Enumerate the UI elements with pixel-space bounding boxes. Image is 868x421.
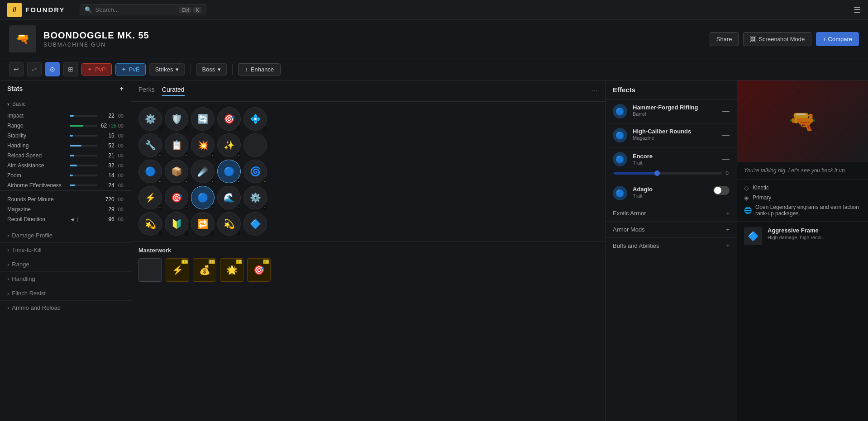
encore-slider[interactable]: [614, 172, 722, 175]
perk-item[interactable]: 🔧-: [138, 133, 162, 157]
pve-mode-button[interactable]: ✦ PvE: [115, 63, 146, 76]
perk-dash: -: [237, 179, 240, 184]
weapon-header: 🔫 BOONDOGGLE MK. 55 SUBMACHINE GUN Share…: [0, 20, 868, 58]
section-collapse-flinch-resist[interactable]: ›Flinch Resist: [0, 286, 131, 300]
hamburger-icon[interactable]: ☰: [854, 5, 861, 15]
boss-button[interactable]: Boss ▾: [196, 63, 227, 76]
perk-item[interactable]: 🌀-: [243, 160, 267, 183]
redo-button[interactable]: ⇌: [27, 62, 42, 76]
perk-item[interactable]: 🔷: [243, 212, 267, 236]
enhance-label: Enhance: [251, 66, 274, 73]
encore-icon: 🔵: [613, 152, 627, 166]
perks-menu-button[interactable]: ···: [592, 87, 598, 95]
perk-item[interactable]: ⚙️-: [243, 186, 267, 209]
perk-item[interactable]: 💠-: [243, 107, 267, 131]
perk-item[interactable]: 📦-: [165, 160, 188, 183]
stat-bar-wrap: [70, 135, 97, 137]
search-input[interactable]: [95, 6, 176, 13]
stat-value: 22: [101, 113, 114, 119]
perk-icon: 🌊: [224, 192, 235, 203]
section-collapse-time-to-kill[interactable]: ›Time-to-Kill: [0, 242, 131, 257]
pvp-mode-button[interactable]: ✦ PvP: [81, 63, 112, 76]
undo-button[interactable]: ↩: [9, 62, 24, 76]
effects-title: Effects: [606, 80, 737, 99]
perk-item[interactable]: 🔵-: [217, 160, 241, 183]
basic-section-header[interactable]: ▾ Basic: [0, 97, 131, 111]
perk-item[interactable]: 🔵-: [138, 160, 162, 183]
perk-grid: ⚙️-🛡️-🔄-🎯-💠-🔧-📋-💥-✨-🔵-📦-☄️-🔵-🌀-⚡-🎯-🔵-🌊-⚙…: [131, 102, 605, 241]
tab-perks[interactable]: Perks: [138, 86, 155, 96]
perk-item[interactable]: ⚡-: [138, 186, 162, 209]
effect-icon: 🔵: [613, 128, 627, 142]
perk-item[interactable]: 💫-: [217, 212, 241, 236]
perk-dash: -: [158, 231, 162, 236]
perk-item[interactable]: 🛡️-: [165, 107, 188, 131]
perk-item[interactable]: 🔁-: [191, 212, 215, 236]
enhance-button[interactable]: ↑ Enhance: [238, 63, 281, 76]
masterwork-item[interactable]: 🌟10: [220, 258, 243, 282]
perk-item[interactable]: 🔄-: [191, 107, 215, 131]
section-label: Armor Mods: [613, 226, 645, 233]
compare-button[interactable]: + Compare: [816, 32, 859, 46]
perk-dash: -: [185, 126, 188, 131]
stat-name: Aim Assistance: [7, 162, 66, 169]
strikes-button[interactable]: Strikes ▾: [149, 63, 185, 76]
stat-base: 00: [118, 197, 124, 202]
view-compare-button[interactable]: ⊞: [63, 62, 78, 76]
masterwork-item[interactable]: [138, 258, 162, 282]
section-collapse-range[interactable]: ›Range: [0, 257, 131, 271]
perk-item[interactable]: 🔰-: [165, 212, 188, 236]
perk-dash: -: [211, 205, 214, 210]
perk-item[interactable]: 🎯-: [165, 186, 188, 209]
perk-item[interactable]: ☄️-: [191, 160, 215, 183]
perk-icon: 🌀: [250, 166, 261, 177]
view-single-button[interactable]: ⊙: [45, 62, 60, 76]
section-collapses: ›Damage Profile›Time-to-Kill›Range›Handl…: [0, 228, 131, 315]
effects-panel: Effects 🔵 Hammer-Forged Rifling Barrel —…: [606, 80, 737, 421]
mw-icon: 🌟: [226, 265, 238, 275]
search-bar[interactable]: 🔍 Ctrl K: [80, 4, 206, 15]
stats-title: Stats: [7, 85, 23, 92]
perk-item[interactable]: 🔵-: [191, 186, 215, 209]
perk-item[interactable]: 💫-: [138, 212, 162, 236]
app-name: FOUNDRY: [25, 6, 65, 14]
stat-bar: [70, 184, 75, 186]
stat-base: 00: [118, 153, 124, 158]
adagio-toggle[interactable]: [713, 186, 730, 195]
keyboard-hint: Ctrl K: [179, 7, 201, 13]
masterwork-item[interactable]: 🎯10: [247, 258, 271, 282]
encore-minus-button[interactable]: —: [722, 155, 730, 163]
source-tag: 🌐 Open Legendary engrams and earn factio…: [744, 204, 861, 217]
perk-dash: -: [185, 152, 188, 157]
perk-item[interactable]: 🎯-: [217, 107, 241, 131]
perk-item[interactable]: 💥-: [191, 133, 215, 157]
section-collapse-damage-profile[interactable]: ›Damage Profile: [0, 228, 131, 242]
perk-item[interactable]: 🌊-: [217, 186, 241, 209]
effect-minus-button[interactable]: —: [722, 131, 730, 139]
perk-icon: 🔵: [145, 166, 156, 177]
section-armor-mods-row[interactable]: Armor Mods+: [606, 222, 737, 238]
perk-item[interactable]: [243, 133, 267, 157]
section-collapse-handling[interactable]: ›Handling: [0, 271, 131, 286]
perk-item[interactable]: ✨-: [217, 133, 241, 157]
section-buffs-and-abilities-row[interactable]: Buffs and Abilities+: [606, 238, 737, 254]
masterwork-item[interactable]: ⚡10: [166, 258, 189, 282]
section-exotic-armor-row[interactable]: Exotic Armor+: [606, 205, 737, 222]
mw-badge: 10: [209, 260, 215, 264]
encore-slider-thumb: [654, 170, 660, 176]
screenshot-button[interactable]: 🖼 Screenshot Mode: [743, 32, 811, 46]
masterwork-item[interactable]: 💰10: [193, 258, 216, 282]
weapon-info: BOONDOGGLE MK. 55 SUBMACHINE GUN: [43, 30, 149, 48]
perk-item[interactable]: ⚙️-: [138, 107, 162, 131]
tab-curated[interactable]: Curated: [162, 86, 185, 96]
perk-dash: -: [211, 231, 214, 236]
encore-slider-wrap: 0: [613, 170, 730, 176]
main-layout: Stats + ▾ Basic Impact 22 00 Range 62+15…: [0, 80, 868, 421]
effect-minus-button[interactable]: —: [722, 107, 730, 115]
perk-item[interactable]: 📋-: [165, 133, 188, 157]
pve-icon: ✦: [121, 66, 126, 73]
share-button[interactable]: Share: [710, 32, 739, 46]
extra-stat-row: Recoil Direction ◄ | 96 00: [0, 214, 131, 224]
section-collapse-ammo-and-reload[interactable]: ›Ammo and Reload: [0, 300, 131, 315]
stats-add-button[interactable]: +: [120, 85, 124, 92]
